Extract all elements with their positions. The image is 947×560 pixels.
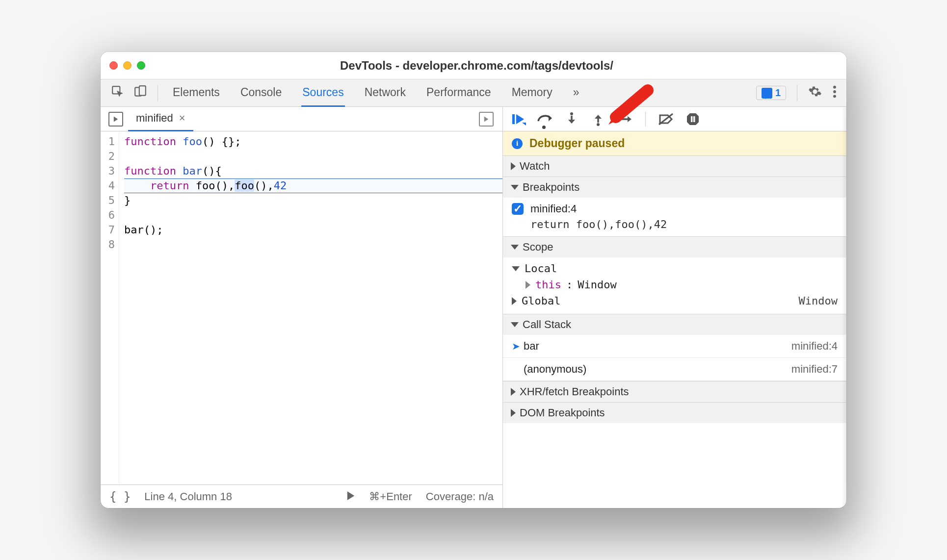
svg-rect-10 <box>691 116 693 122</box>
step-over-icon[interactable] <box>536 110 554 128</box>
caret-right-icon <box>511 162 516 170</box>
svg-rect-11 <box>693 116 695 122</box>
main-area: minified × 12345678 function foo() {};fu… <box>101 107 846 508</box>
svg-point-5 <box>833 95 836 98</box>
dom-title: DOM Breakpoints <box>520 407 605 419</box>
tab-console[interactable]: Console <box>239 79 283 107</box>
show-navigator-icon[interactable] <box>108 112 123 127</box>
step-into-icon[interactable] <box>563 110 580 128</box>
issues-count: 1 <box>775 87 781 99</box>
annotation-arrow-icon <box>606 88 650 135</box>
debug-panel: i Debugger paused Watch Breakpoints ✓ mi… <box>503 107 846 508</box>
svg-rect-2 <box>139 86 146 96</box>
svg-point-3 <box>833 85 836 88</box>
caret-down-icon <box>511 245 519 250</box>
issues-badge[interactable]: 1 <box>756 86 786 100</box>
inspect-icon[interactable] <box>111 85 124 101</box>
tab-network[interactable]: Network <box>364 79 407 107</box>
close-file-tab-icon[interactable]: × <box>179 112 185 125</box>
tab-elements[interactable]: Elements <box>172 79 221 107</box>
scope-this-row[interactable]: this: Window <box>503 277 846 293</box>
resume-icon[interactable] <box>510 110 527 128</box>
titlebar: DevTools - developer.chrome.com/tags/dev… <box>101 52 846 79</box>
frame-name: bar <box>524 340 539 353</box>
tab-performance[interactable]: Performance <box>425 79 492 107</box>
scope-global-label: Global <box>522 295 560 307</box>
dom-breakpoints-section[interactable]: DOM Breakpoints <box>503 403 846 423</box>
xhr-title: XHR/fetch Breakpoints <box>520 385 629 398</box>
scope-title: Scope <box>523 241 553 254</box>
run-shortcut: ⌘+Enter <box>369 490 412 503</box>
breakpoint-item[interactable]: ✓ minified:4 return foo(),foo(),42 <box>503 198 846 236</box>
frame-location: minified:4 <box>791 340 838 353</box>
step-out-icon[interactable] <box>589 110 607 128</box>
debugger-paused-label: Debugger paused <box>529 137 625 150</box>
gutter: 12345678 <box>101 131 119 484</box>
code-panel: minified × 12345678 function foo() {};fu… <box>101 107 503 508</box>
scope-header[interactable]: Scope <box>503 237 846 257</box>
caret-down-icon <box>511 322 519 327</box>
kebab-icon[interactable] <box>833 85 837 102</box>
svg-point-8 <box>597 123 600 126</box>
gear-icon[interactable] <box>808 85 822 102</box>
svg-rect-6 <box>512 114 515 124</box>
watch-title: Watch <box>520 160 550 173</box>
scrollbar[interactable] <box>842 107 846 508</box>
scope-this-value: Window <box>578 279 616 291</box>
callstack-section: Call Stack ➤barminified:4(anonymous)mini… <box>503 314 846 382</box>
pause-on-exceptions-icon[interactable] <box>684 110 702 128</box>
coverage-label: Coverage: n/a <box>426 490 494 503</box>
pretty-print-icon[interactable]: { } <box>109 490 131 504</box>
run-snippet-icon[interactable] <box>479 112 494 127</box>
frame-location: minified:7 <box>791 363 838 376</box>
caret-right-icon <box>511 388 516 396</box>
svg-point-4 <box>833 90 836 93</box>
editor-status-bar: { } Line 4, Column 18 ⌘+Enter Coverage: … <box>101 484 502 508</box>
chat-icon <box>762 88 772 99</box>
file-tab-label: minified <box>136 112 173 125</box>
code-body[interactable]: function foo() {};function bar(){ return… <box>119 131 502 484</box>
top-toolbar: Elements Console Sources Network Perform… <box>101 79 846 107</box>
frame-name: (anonymous) <box>524 363 586 376</box>
tab-sources[interactable]: Sources <box>301 79 344 107</box>
debug-toolbar <box>503 107 846 131</box>
caret-down-icon <box>512 266 520 271</box>
debugger-paused-banner: i Debugger paused <box>503 131 846 156</box>
callstack-frame[interactable]: ➤barminified:4 <box>503 335 846 358</box>
caret-down-icon <box>511 185 519 190</box>
current-frame-icon: ➤ <box>512 340 524 352</box>
xhr-breakpoints-section[interactable]: XHR/fetch Breakpoints <box>503 382 846 403</box>
code-editor[interactable]: 12345678 function foo() {};function bar(… <box>101 131 502 484</box>
callstack-title: Call Stack <box>523 318 571 331</box>
watch-section[interactable]: Watch <box>503 156 846 177</box>
run-icon[interactable] <box>346 490 355 503</box>
caret-right-icon <box>511 409 516 417</box>
breakpoints-title: Breakpoints <box>523 181 579 194</box>
breakpoint-location: minified:4 <box>530 203 577 215</box>
scope-local-label: Local <box>525 262 557 275</box>
scope-section: Scope Local this: Window GlobalWindow <box>503 237 846 314</box>
scope-this-label: this <box>535 279 561 291</box>
breakpoints-header[interactable]: Breakpoints <box>503 177 846 198</box>
window-title: DevTools - developer.chrome.com/tags/dev… <box>116 59 838 73</box>
file-tab-minified[interactable]: minified × <box>128 107 193 131</box>
caret-right-icon <box>526 281 530 289</box>
deactivate-breakpoints-icon[interactable] <box>658 110 675 128</box>
scope-local-row[interactable]: Local <box>503 260 846 277</box>
devtools-tabs: Elements Console Sources Network Perform… <box>158 79 594 107</box>
tab-memory[interactable]: Memory <box>511 79 553 107</box>
caret-right-icon <box>512 297 517 305</box>
callstack-frame[interactable]: (anonymous)minified:7 <box>503 358 846 381</box>
scope-global-row[interactable]: GlobalWindow <box>503 293 846 309</box>
cursor-position: Line 4, Column 18 <box>144 490 232 503</box>
callstack-header[interactable]: Call Stack <box>503 314 846 335</box>
info-icon: i <box>512 138 523 149</box>
svg-point-7 <box>570 112 573 115</box>
breakpoint-checkbox[interactable]: ✓ <box>512 203 524 215</box>
file-tab-bar: minified × <box>101 107 502 131</box>
device-toolbar-icon[interactable] <box>134 85 147 101</box>
breakpoints-section: Breakpoints ✓ minified:4 return foo(),fo… <box>503 177 846 237</box>
scope-global-value: Window <box>799 295 838 307</box>
devtools-window: DevTools - developer.chrome.com/tags/dev… <box>101 52 846 508</box>
tabs-overflow[interactable]: » <box>572 79 580 107</box>
